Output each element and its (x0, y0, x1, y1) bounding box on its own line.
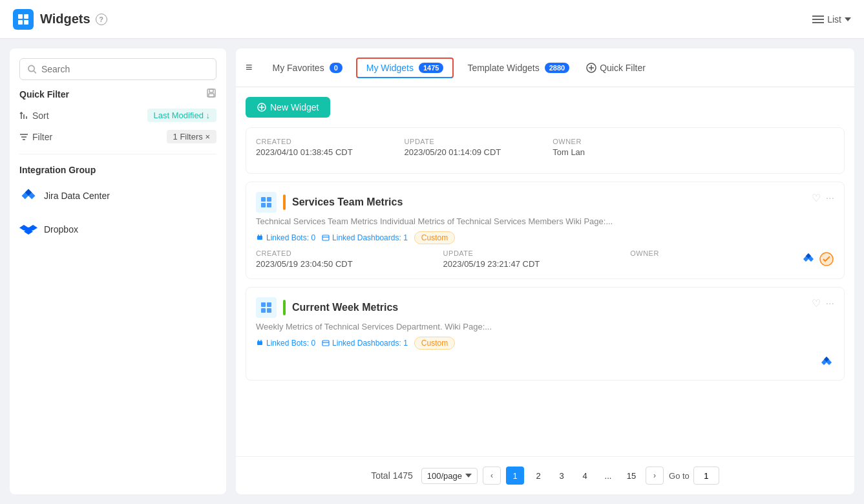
page-title: Widgets ? (40, 12, 107, 26)
app-container: Widgets ? List (0, 0, 864, 504)
update-block-1: UPDATE 2023/05/20 01:14:09 CDT (405, 138, 501, 157)
sort-label-text: Sort (32, 110, 49, 121)
filter-icon (19, 132, 28, 142)
filter-value[interactable]: 1 Filters × (167, 130, 216, 143)
widget-tags-3: Linked Bots: 0 Linked Dashboards: 1 Cust… (256, 337, 834, 350)
widget-title-2: Services Team Metrics (292, 196, 403, 208)
svg-rect-42 (322, 341, 329, 346)
linked-bots-tag-2: Linked Bots: 0 (256, 233, 315, 242)
created-date-2: 2023/05/19 23:04:50 CDT (256, 259, 353, 269)
page-4-button[interactable]: 4 (576, 467, 594, 485)
more-options-icon-3[interactable]: ··· (826, 298, 834, 310)
svg-point-29 (258, 235, 259, 236)
svg-rect-31 (322, 235, 329, 240)
plus-icon (257, 103, 266, 112)
tab-my-widgets[interactable]: My Widgets 1475 (356, 58, 454, 78)
tab-my-widgets-label: My Widgets (366, 63, 414, 73)
svg-rect-10 (209, 89, 213, 92)
next-page-button[interactable]: › (646, 467, 664, 485)
app-icon (13, 9, 34, 30)
created-block-1: CREATED 2023/04/10 01:38:45 CDT (256, 138, 353, 157)
sidebar-item-dropbox[interactable]: Dropbox (19, 216, 216, 242)
favorite-icon-3[interactable]: ♡ (812, 297, 821, 310)
svg-point-30 (260, 235, 262, 236)
tab-favorites-label: My Favorites (273, 63, 324, 73)
widget-actions-3: ♡ ··· (812, 297, 834, 310)
quick-filter-header: Quick Filter (19, 88, 216, 101)
widget-desc-3: Weekly Metrics of Technical Services Dep… (256, 322, 834, 331)
widget-icon-3 (256, 297, 277, 318)
page-3-button[interactable]: 3 (553, 467, 571, 485)
linked-bots-tag-3: Linked Bots: 0 (256, 339, 315, 348)
tab-template-widgets[interactable]: Template Widgets 2880 (457, 58, 580, 78)
widget-actions-2: ♡ ··· (812, 192, 834, 204)
search-input[interactable] (41, 64, 208, 74)
goto-label: Go to (669, 471, 690, 481)
template-badge: 2880 (545, 63, 569, 73)
prev-page-button[interactable]: ‹ (483, 467, 501, 485)
owner-label-1: OWNER (553, 138, 585, 145)
add-quick-filter-tab[interactable]: Quick Filter (586, 63, 646, 73)
jira-label: Jira Data Center (44, 191, 110, 201)
widget-meta-row-1: CREATED 2023/04/10 01:38:45 CDT UPDATE 2… (256, 138, 834, 157)
goto-input[interactable] (693, 467, 719, 485)
main-content: Quick Filter (0, 39, 864, 504)
sort-icon (19, 111, 28, 120)
more-options-icon-2[interactable]: ··· (826, 193, 834, 204)
hamburger-icon[interactable]: ≡ (246, 61, 253, 74)
svg-rect-3 (24, 20, 28, 25)
quick-filter-label: Quick Filter (600, 63, 646, 73)
widget-integrations-2 (801, 251, 834, 267)
quick-filter-title: Quick Filter (19, 89, 69, 100)
widget-title-row-2: Services Team Metrics (256, 192, 403, 213)
sort-value[interactable]: Last Modified ↓ (147, 109, 216, 122)
list-view-button[interactable]: List (812, 14, 851, 25)
svg-point-40 (258, 340, 259, 341)
page-1-button[interactable]: 1 (506, 467, 524, 485)
page-2-button[interactable]: 2 (529, 467, 547, 485)
jira-icon (19, 187, 37, 205)
color-bar-3 (283, 300, 286, 315)
save-icon[interactable] (206, 88, 216, 101)
bot-icon-2 (256, 234, 264, 242)
created-label-2: CREATED (256, 249, 353, 257)
widget-card-2: Services Team Metrics ♡ ··· Technical Se… (246, 182, 845, 279)
search-box[interactable] (19, 58, 216, 80)
filter-label-text: Filter (32, 132, 52, 142)
owner-label-2: OWNER (630, 249, 659, 257)
per-page-select[interactable]: 100/page (421, 468, 478, 484)
widget-desc-2: Technical Services Team Metrics Individu… (256, 216, 834, 226)
color-bar-2 (283, 194, 286, 210)
tab-my-favorites[interactable]: My Favorites 0 (262, 58, 353, 78)
new-widget-button[interactable]: New Widget (246, 97, 330, 118)
page-15-button[interactable]: 15 (622, 467, 640, 485)
sidebar: Quick Filter (10, 48, 226, 494)
widget-title-row-3: Current Week Metrics (256, 297, 398, 318)
owner-block-1: OWNER Tom Lan (553, 138, 585, 157)
created-date-1: 2023/04/10 01:38:45 CDT (256, 147, 353, 157)
new-widget-label: New Widget (270, 102, 319, 112)
goto-section: Go to (669, 467, 719, 485)
jira-integration-icon-3 (819, 355, 834, 370)
widget-icon-2 (256, 192, 277, 213)
sidebar-item-jira[interactable]: Jira Data Center (19, 183, 216, 209)
integration-group-title: Integration Group (19, 165, 216, 175)
help-icon[interactable]: ? (96, 14, 107, 25)
svg-point-41 (260, 340, 262, 341)
check-integration-icon-2 (819, 251, 834, 267)
update-label-1: UPDATE (405, 138, 501, 145)
pagination-row: Total 1475 100/page ‹ 1 2 3 4 ... 15 › G… (236, 456, 854, 494)
dashboard-icon-3 (322, 339, 330, 347)
title-text: Widgets (40, 12, 90, 26)
sort-label: Sort (19, 110, 49, 121)
favorite-icon-2[interactable]: ♡ (812, 192, 821, 204)
tab-template-label: Template Widgets (467, 63, 539, 73)
divider (19, 154, 216, 154)
svg-rect-2 (18, 20, 23, 25)
jira-integration-icon-2 (801, 251, 816, 267)
svg-rect-25 (267, 197, 271, 202)
add-icon (586, 63, 596, 73)
created-block-2: CREATED 2023/05/19 23:04:50 CDT (256, 249, 353, 269)
dashboard-icon-2 (322, 234, 330, 242)
widget-integrations-3 (819, 355, 834, 370)
